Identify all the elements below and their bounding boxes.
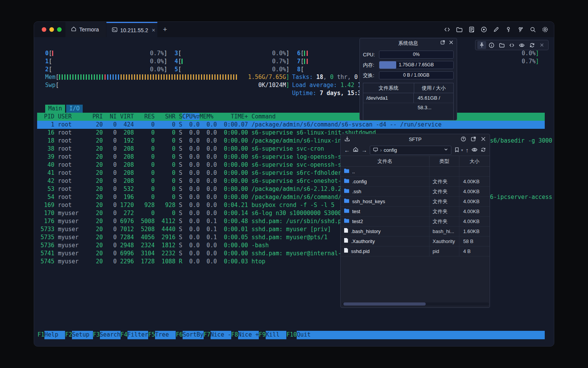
fn-label[interactable]: Nice -	[211, 331, 231, 339]
cpu-meter-2: 2[0.0%]	[45, 66, 167, 74]
breadcrumb-segment[interactable]: config	[384, 147, 397, 153]
file-row[interactable]: .ssh文件夹4.00KB	[341, 187, 490, 197]
fn-label[interactable]: Setup	[72, 331, 93, 339]
file-row[interactable]: test文件夹4.00KB	[341, 207, 490, 217]
fn-label[interactable]: Filter	[127, 331, 148, 339]
key-icon[interactable]	[505, 26, 512, 33]
computer-icon	[373, 147, 378, 153]
fn-key[interactable]: F5	[148, 331, 155, 339]
scrollbar-thumb[interactable]	[343, 302, 426, 306]
horizontal-scrollbar[interactable]	[342, 302, 489, 306]
help-icon[interactable]	[461, 136, 466, 143]
popout-icon[interactable]	[470, 136, 476, 143]
file-type: 文件夹	[430, 187, 459, 196]
close-tab-icon[interactable]: ✕	[152, 28, 155, 33]
close-icon[interactable]	[537, 41, 546, 49]
refresh-icon[interactable]	[480, 147, 486, 154]
bookmark-icon[interactable]	[454, 147, 460, 154]
column-header-type[interactable]: 类型	[430, 156, 459, 166]
close-icon[interactable]	[480, 136, 486, 143]
process-table-header[interactable]: PID USER PRI NI VIRT RES SHR SCPU%▽MEM% …	[37, 113, 545, 121]
tab-bar: Termora 10.211.55.2 ✕ +	[34, 22, 554, 37]
htop-tab-main[interactable]: Main	[45, 105, 65, 113]
cpu-label: CPU:	[363, 52, 377, 58]
fn-key[interactable]: F6	[176, 331, 183, 339]
folder-icon	[344, 167, 350, 176]
file-row[interactable]: .XauthorityXauthority58 B	[341, 237, 490, 246]
file-type: 文件夹	[430, 207, 459, 216]
htop-tab-io[interactable]: I/O	[66, 105, 83, 113]
record-icon[interactable]	[480, 26, 487, 33]
column-header-name[interactable]: 文件名	[341, 156, 430, 166]
process-row[interactable]: 1 root 20 0 424 0 0 S 0.0 0.0 0:00.07 /p…	[37, 121, 545, 129]
file-type: 文件夹	[430, 217, 459, 226]
fn-label[interactable]: Kill	[266, 331, 286, 339]
folder-icon	[344, 177, 350, 186]
keychain-icon[interactable]	[517, 26, 524, 33]
fn-key[interactable]: F9	[259, 331, 266, 339]
minimize-window-button[interactable]	[49, 27, 54, 32]
fs-usage-header[interactable]: 使用 / 大小	[414, 83, 453, 93]
transfers-icon[interactable]	[344, 136, 350, 143]
settings-icon[interactable]	[541, 26, 549, 33]
file-row[interactable]: sshd.pidpid4 B	[341, 246, 490, 256]
fs-name-header[interactable]: 文件系统	[363, 83, 414, 93]
gpu-eye-icon[interactable]	[518, 41, 526, 49]
tab-termora[interactable]: Termora	[65, 22, 106, 37]
fn-key[interactable]: F7	[204, 331, 211, 339]
fn-label[interactable]: Tree	[155, 331, 176, 339]
file-size	[459, 167, 490, 176]
tab-host[interactable]: 10.211.55.2 ✕	[106, 22, 157, 37]
search-icon[interactable]	[529, 26, 536, 33]
show-hidden-eye-icon[interactable]	[471, 146, 478, 154]
popout-icon[interactable]	[440, 40, 445, 46]
upload-icon[interactable]: ↑	[466, 147, 469, 153]
file-name: test	[352, 207, 360, 216]
file-row[interactable]: ssh_host_keys文件夹4.00KB	[341, 197, 490, 207]
home-icon[interactable]	[353, 146, 359, 154]
fn-key[interactable]: F10	[286, 331, 297, 339]
fn-key[interactable]: F3	[93, 331, 100, 339]
close-icon[interactable]	[449, 40, 454, 46]
file-row[interactable]: ..	[341, 167, 490, 177]
fn-key[interactable]: F2	[65, 331, 72, 339]
file-row[interactable]: .bash_historybash_hi...1.60KB	[341, 227, 490, 237]
code-icon[interactable]	[443, 26, 451, 33]
file-row[interactable]: .config文件夹4.00KB	[341, 177, 490, 187]
file-size: 4.00KB	[459, 177, 490, 186]
chevron-down-icon[interactable]	[444, 147, 448, 153]
fn-key[interactable]: F8	[231, 331, 238, 339]
refresh-icon[interactable]	[528, 41, 536, 49]
back-icon[interactable]: ←	[344, 147, 350, 153]
zoom-window-button[interactable]	[57, 27, 62, 32]
filesystem-row[interactable]: /dev/vda1 45.61GB / 58.3...	[363, 93, 453, 103]
cpu-meter-0: 0[0.7%]	[45, 49, 167, 58]
close-window-button[interactable]	[42, 27, 46, 32]
code-icon[interactable]	[507, 41, 516, 49]
function-key-bar: F1Help F2Setup F3SearchF4FilterF5Tree F6…	[38, 331, 545, 339]
bookmark-dropdown-icon[interactable]: ▾	[461, 148, 463, 152]
pin-icon[interactable]	[477, 41, 486, 49]
path-breadcrumb[interactable]: › config	[370, 146, 451, 155]
new-tab-button[interactable]: +	[160, 25, 170, 34]
cpu-meter-3: 3[0.0%]	[175, 49, 289, 58]
side-mini-toolbar	[475, 40, 549, 50]
info-icon[interactable]	[487, 41, 496, 49]
app-window: Termora 10.211.55.2 ✕ + 0[0.7%] 1[0.0%] …	[34, 21, 554, 347]
fn-label[interactable]: Quit	[297, 331, 545, 339]
swp-meter: Swp[0K/1024M]	[45, 81, 289, 89]
fn-key[interactable]: F4	[121, 331, 127, 339]
notes-icon[interactable]	[468, 26, 475, 33]
fn-label[interactable]: SortBy	[183, 331, 203, 339]
fn-label[interactable]: Search	[100, 331, 121, 339]
file-row[interactable]: test2文件夹4.00KB	[341, 217, 490, 227]
fn-key[interactable]: F1	[38, 331, 44, 339]
folder-icon[interactable]	[497, 41, 506, 49]
fn-label[interactable]: Nice +	[238, 331, 259, 339]
cpu-meter-4: 4[0.7%]	[175, 58, 289, 66]
forward-icon[interactable]: →	[361, 147, 367, 153]
fn-label[interactable]: Help	[44, 331, 65, 339]
pencil-icon[interactable]	[492, 26, 500, 33]
folder-icon[interactable]	[456, 26, 463, 33]
column-header-size[interactable]: 大小	[459, 156, 490, 166]
